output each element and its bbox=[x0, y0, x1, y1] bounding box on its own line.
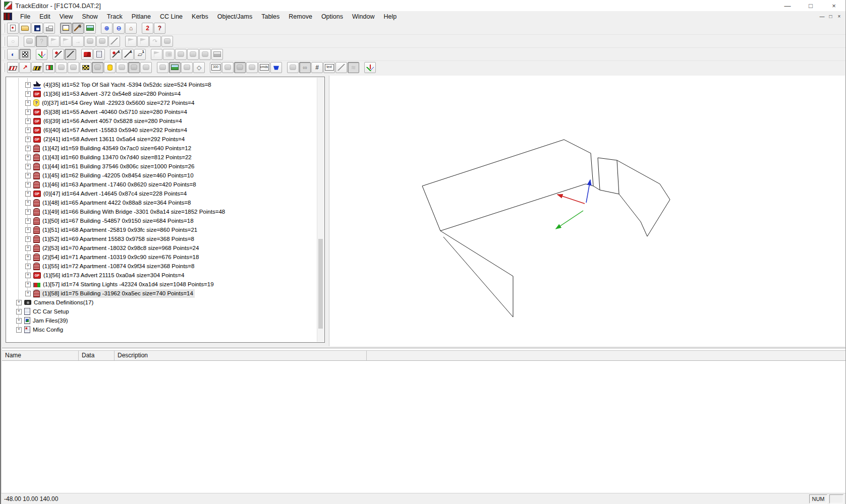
vertex-one-button[interactable]: 1 bbox=[110, 49, 122, 60]
tree-item[interactable]: +CC Car Setup bbox=[6, 307, 317, 316]
paint-bucket-button[interactable] bbox=[270, 62, 282, 73]
tree-item[interactable]: +(1)[58] id1=75 Building -31962 0xa5ec s… bbox=[6, 289, 317, 298]
tree-item[interactable]: +(1)[49] id1=66 Building With Bridge -33… bbox=[6, 207, 317, 216]
menu-object-jams[interactable]: Object/Jams bbox=[213, 12, 257, 21]
tree-item[interactable]: +(1)[55] id1=72 Apartment -10874 0x9f34 … bbox=[6, 262, 317, 271]
expand-toggle[interactable]: + bbox=[25, 82, 31, 88]
minimize-button[interactable]: — bbox=[776, 0, 799, 11]
blob-tool-button[interactable] bbox=[287, 62, 299, 73]
pinwheel-view-button[interactable] bbox=[187, 49, 199, 60]
expand-toggle[interactable]: + bbox=[25, 155, 31, 160]
tree-object-button[interactable] bbox=[140, 62, 152, 73]
expand-toggle[interactable]: + bbox=[16, 327, 22, 333]
view-2d-button[interactable]: 2 bbox=[142, 23, 153, 34]
rotate-view-button[interactable]: ↷ bbox=[149, 36, 161, 47]
move-axis-button[interactable] bbox=[36, 49, 47, 60]
tree-item[interactable]: +(5)[38] id1=55 Advert -40460 0x5710 siz… bbox=[6, 107, 317, 116]
tree-item[interactable]: +(1)[57] id1=74 Starting Lights -42324 0… bbox=[6, 280, 317, 289]
sphere-view-button[interactable]: ◐ bbox=[7, 49, 19, 60]
cone-tool-button[interactable] bbox=[116, 62, 128, 73]
tree-item[interactable]: +Camera Definitions(17) bbox=[6, 298, 317, 307]
expand-toggle[interactable]: + bbox=[25, 100, 31, 106]
menu-remove[interactable]: Remove bbox=[284, 12, 317, 21]
toggle-object-window-button[interactable] bbox=[60, 23, 72, 34]
maximize-button[interactable]: □ bbox=[799, 0, 822, 11]
tree-item[interactable]: +(6)[40] id1=57 Advert -15583 0x5940 siz… bbox=[6, 125, 317, 135]
home-view-button[interactable]: ⌂ bbox=[125, 23, 137, 34]
toggle-image-view-button[interactable] bbox=[84, 23, 96, 34]
vehicle-tool-button[interactable] bbox=[161, 36, 173, 47]
poly-one-button[interactable]: ▱1 bbox=[134, 49, 146, 60]
landscape-edit-button[interactable] bbox=[169, 62, 181, 73]
tree-item[interactable]: +(1)[50] id1=67 Building -54857 0x9150 s… bbox=[6, 216, 317, 225]
expand-toggle[interactable]: + bbox=[25, 109, 31, 115]
tree-item[interactable]: +(0)[37] id1=54 Grey Wall -22923 0x5600 … bbox=[6, 98, 317, 107]
tree-item[interactable]: +(1)[48] id1=65 Apartment 4422 0x88a8 si… bbox=[6, 198, 317, 207]
expand-toggle[interactable]: + bbox=[16, 318, 22, 324]
slab-tool-button[interactable] bbox=[92, 62, 103, 73]
expand-toggle[interactable]: + bbox=[25, 273, 31, 278]
tree-item[interactable]: +(4)[35] id1=52 Top Of Sail Yacht -5394 … bbox=[6, 80, 317, 89]
pinwheel-2-button[interactable] bbox=[234, 62, 246, 73]
stamp-2-button[interactable] bbox=[55, 62, 67, 73]
zoom-in-button[interactable]: ⊕ bbox=[101, 23, 112, 34]
save-file-button[interactable] bbox=[31, 23, 43, 34]
expand-toggle[interactable]: + bbox=[16, 300, 22, 305]
menu-pitlane[interactable]: Pitlane bbox=[127, 12, 155, 21]
raise-vertex-button[interactable]: ↗ bbox=[19, 62, 31, 73]
goto-next-button[interactable]: → bbox=[72, 36, 84, 47]
column-header-description[interactable]: Description bbox=[115, 351, 367, 360]
tree-item[interactable]: +(1)[36] id1=53 Advert -372 0x54e8 size=… bbox=[6, 89, 317, 98]
expand-toggle[interactable]: + bbox=[16, 309, 22, 314]
new-file-button[interactable] bbox=[7, 23, 19, 34]
context-help-button[interactable]: ? bbox=[36, 36, 47, 47]
expand-toggle[interactable]: + bbox=[25, 209, 31, 215]
tree-scrollbar[interactable] bbox=[317, 78, 324, 342]
flag-c-button[interactable] bbox=[125, 36, 137, 47]
tree-item[interactable]: +(1)[56] id1=73 Advert 21115 0xa0a4 size… bbox=[6, 271, 317, 280]
open-file-button[interactable] bbox=[19, 23, 31, 34]
tree-item[interactable]: +(2)[54] id1=71 Apartment -10319 0x9c90 … bbox=[6, 253, 317, 262]
chequer-flag-button[interactable] bbox=[80, 62, 91, 73]
texture-select-button[interactable] bbox=[19, 49, 31, 60]
print-button[interactable] bbox=[43, 23, 55, 34]
cylinder-outline-button[interactable] bbox=[128, 62, 140, 73]
mdi-minimize-button[interactable]: — bbox=[818, 13, 826, 20]
expand-toggle[interactable]: + bbox=[25, 191, 31, 197]
tree-item[interactable]: +(1)[43] id1=60 Building 13470 0x7d40 si… bbox=[6, 153, 317, 162]
camera-2-button[interactable] bbox=[222, 62, 234, 73]
expand-toggle[interactable]: + bbox=[25, 291, 31, 296]
menu-edit[interactable]: Edit bbox=[35, 12, 55, 21]
scribble-tool-button[interactable]: ≋ bbox=[348, 62, 359, 73]
tree-item[interactable]: +(2)[41] id1=58 Advert 13611 0x5a64 size… bbox=[6, 135, 317, 144]
expand-toggle[interactable]: + bbox=[25, 91, 31, 97]
menu-file[interactable]: File bbox=[16, 12, 35, 21]
zoom-out-button[interactable]: ⊖ bbox=[113, 23, 125, 34]
tree-item[interactable]: +(2)[53] id1=70 Apartment -18032 0x98c8 … bbox=[6, 243, 317, 253]
help-about-button[interactable]: ? bbox=[154, 23, 165, 34]
texture-book-button[interactable] bbox=[81, 49, 93, 60]
menu-window[interactable]: Window bbox=[348, 12, 379, 21]
viewport-3d[interactable] bbox=[329, 76, 845, 346]
tree-item[interactable]: +(6)[39] id1=56 Advert 4057 0x5828 size=… bbox=[6, 116, 317, 125]
expand-toggle[interactable]: + bbox=[25, 282, 31, 287]
expand-toggle[interactable]: + bbox=[25, 164, 31, 169]
mdi-restore-button[interactable]: □ bbox=[826, 13, 835, 20]
box-tool-button[interactable] bbox=[68, 62, 79, 73]
flag-b-button[interactable] bbox=[60, 36, 72, 47]
cylinder-yellow-button[interactable] bbox=[104, 62, 116, 73]
camera-view-button[interactable] bbox=[175, 49, 187, 60]
menu-kerbs[interactable]: Kerbs bbox=[187, 12, 213, 21]
expand-toggle[interactable]: + bbox=[25, 264, 31, 269]
landscape-view-button[interactable] bbox=[211, 49, 223, 60]
road-edit-button[interactable] bbox=[181, 62, 193, 73]
stamp-tool-button[interactable] bbox=[96, 36, 108, 47]
column-header-data[interactable]: Data bbox=[79, 351, 115, 360]
menu-tables[interactable]: Tables bbox=[257, 12, 284, 21]
zoom-select-button[interactable]: ○ bbox=[7, 36, 19, 47]
flag-d-button[interactable] bbox=[137, 36, 149, 47]
flag-view-button[interactable] bbox=[151, 49, 162, 60]
menu-track[interactable]: Track bbox=[102, 12, 127, 21]
helicopter-view-button[interactable] bbox=[163, 49, 175, 60]
axis-tool-button[interactable] bbox=[364, 62, 376, 73]
